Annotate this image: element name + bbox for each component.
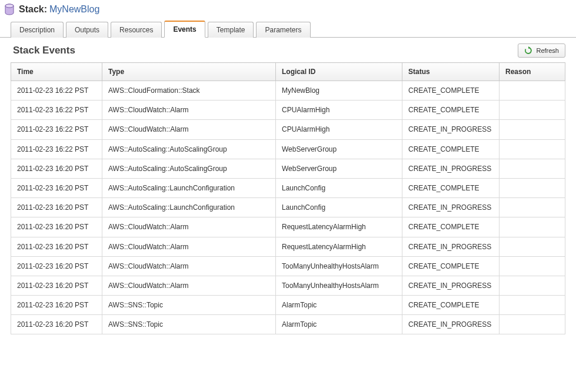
cell-logical_id: CPUAlarmHigh <box>276 120 402 139</box>
table-row[interactable]: 2011-02-23 16:20 PSTAWS::AutoScaling::Au… <box>11 159 565 178</box>
tab-resources[interactable]: Resources <box>111 22 162 38</box>
cell-type: AWS::CloudFormation::Stack <box>102 81 276 100</box>
cell-logical_id: AlarmTopic <box>276 315 402 334</box>
cell-logical_id: LaunchConfig <box>276 198 402 217</box>
col-logical-id[interactable]: Logical ID <box>276 63 402 81</box>
cell-type: AWS::CloudWatch::Alarm <box>102 100 276 120</box>
cell-status: CREATE_COMPLETE <box>402 139 500 159</box>
cell-type: AWS::SNS::Topic <box>102 315 276 334</box>
cell-type: AWS::AutoScaling::LaunchConfiguration <box>102 178 276 197</box>
cell-reason <box>500 81 565 100</box>
cell-reason <box>500 159 565 178</box>
refresh-label: Refresh <box>536 47 559 54</box>
table-row[interactable]: 2011-02-23 16:20 PSTAWS::CloudWatch::Ala… <box>11 256 565 276</box>
cell-status: CREATE_IN_PROGRESS <box>402 198 500 217</box>
cell-type: AWS::AutoScaling::AutoScalingGroup <box>102 139 276 159</box>
events-table: Time Type Logical ID Status Reason 2011-… <box>11 62 565 334</box>
cell-status: CREATE_IN_PROGRESS <box>402 315 500 334</box>
cell-status: CREATE_COMPLETE <box>402 256 500 276</box>
cell-type: AWS::CloudWatch::Alarm <box>102 276 276 295</box>
cell-type: AWS::CloudWatch::Alarm <box>102 120 276 139</box>
stack-icon <box>5 4 14 15</box>
tab-template[interactable]: Template <box>208 22 254 38</box>
cell-status: CREATE_IN_PROGRESS <box>402 276 500 295</box>
cell-reason <box>500 178 565 197</box>
table-row[interactable]: 2011-02-23 16:20 PSTAWS::AutoScaling::La… <box>11 178 565 197</box>
table-row[interactable]: 2011-02-23 16:22 PSTAWS::CloudFormation:… <box>11 81 565 100</box>
stack-name: MyNewBlog <box>49 4 99 15</box>
cell-reason <box>500 315 565 334</box>
col-reason[interactable]: Reason <box>500 63 565 81</box>
table-header-row: Time Type Logical ID Status Reason <box>11 63 565 81</box>
cell-time: 2011-02-23 16:22 PST <box>11 100 102 120</box>
cell-time: 2011-02-23 16:22 PST <box>11 139 102 159</box>
cell-logical_id: MyNewBlog <box>276 81 402 100</box>
section-header: Stack Events Refresh <box>0 38 576 62</box>
cell-type: AWS::CloudWatch::Alarm <box>102 256 276 276</box>
col-status[interactable]: Status <box>402 63 500 81</box>
cell-time: 2011-02-23 16:20 PST <box>11 276 102 295</box>
cell-time: 2011-02-23 16:20 PST <box>11 178 102 197</box>
table-row[interactable]: 2011-02-23 16:20 PSTAWS::CloudWatch::Ala… <box>11 276 565 295</box>
tab-parameters[interactable]: Parameters <box>256 22 310 38</box>
cell-status: CREATE_COMPLETE <box>402 178 500 197</box>
cell-time: 2011-02-23 16:22 PST <box>11 120 102 139</box>
cell-time: 2011-02-23 16:20 PST <box>11 315 102 334</box>
cell-status: CREATE_COMPLETE <box>402 217 500 237</box>
cell-reason <box>500 276 565 295</box>
tab-events[interactable]: Events <box>164 21 205 38</box>
cell-time: 2011-02-23 16:20 PST <box>11 296 102 315</box>
cell-logical_id: LaunchConfig <box>276 178 402 197</box>
cell-status: CREATE_IN_PROGRESS <box>402 120 500 139</box>
cell-reason <box>500 120 565 139</box>
cell-type: AWS::SNS::Topic <box>102 296 276 315</box>
cell-time: 2011-02-23 16:20 PST <box>11 159 102 178</box>
cell-status: CREATE_COMPLETE <box>402 100 500 120</box>
stack-label: Stack: <box>19 4 47 15</box>
cell-reason <box>500 237 565 256</box>
table-row[interactable]: 2011-02-23 16:22 PSTAWS::AutoScaling::Au… <box>11 139 565 159</box>
tab-description[interactable]: Description <box>11 22 64 38</box>
table-row[interactable]: 2011-02-23 16:20 PSTAWS::CloudWatch::Ala… <box>11 237 565 256</box>
cell-status: CREATE_IN_PROGRESS <box>402 159 500 178</box>
cell-logical_id: RequestLatencyAlarmHigh <box>276 217 402 237</box>
cell-reason <box>500 256 565 276</box>
cell-reason <box>500 198 565 217</box>
cell-time: 2011-02-23 16:20 PST <box>11 256 102 276</box>
cell-reason <box>500 296 565 315</box>
tab-outputs[interactable]: Outputs <box>66 22 108 38</box>
cell-time: 2011-02-23 16:20 PST <box>11 237 102 256</box>
cell-logical_id: CPUAlarmHigh <box>276 100 402 120</box>
cell-logical_id: RequestLatencyAlarmHigh <box>276 237 402 256</box>
col-time[interactable]: Time <box>11 63 102 81</box>
cell-logical_id: AlarmTopic <box>276 296 402 315</box>
cell-logical_id: TooManyUnhealthyHostsAlarm <box>276 256 402 276</box>
table-row[interactable]: 2011-02-23 16:22 PSTAWS::CloudWatch::Ala… <box>11 120 565 139</box>
table-row[interactable]: 2011-02-23 16:22 PSTAWS::CloudWatch::Ala… <box>11 100 565 120</box>
refresh-button[interactable]: Refresh <box>518 43 565 58</box>
cell-time: 2011-02-23 16:20 PST <box>11 217 102 237</box>
cell-logical_id: WebServerGroup <box>276 139 402 159</box>
page-header: Stack: MyNewBlog <box>0 0 576 18</box>
refresh-icon <box>524 46 532 55</box>
cell-type: AWS::CloudWatch::Alarm <box>102 237 276 256</box>
cell-type: AWS::AutoScaling::LaunchConfiguration <box>102 198 276 217</box>
cell-status: CREATE_IN_PROGRESS <box>402 237 500 256</box>
col-type[interactable]: Type <box>102 63 276 81</box>
cell-reason <box>500 139 565 159</box>
table-row[interactable]: 2011-02-23 16:20 PSTAWS::AutoScaling::La… <box>11 198 565 217</box>
tabs: Description Outputs Resources Events Tem… <box>0 20 576 38</box>
cell-time: 2011-02-23 16:22 PST <box>11 81 102 100</box>
table-row[interactable]: 2011-02-23 16:20 PSTAWS::CloudWatch::Ala… <box>11 217 565 237</box>
svg-point-1 <box>5 4 14 8</box>
cell-status: CREATE_COMPLETE <box>402 81 500 100</box>
table-row[interactable]: 2011-02-23 16:20 PSTAWS::SNS::TopicAlarm… <box>11 315 565 334</box>
table-row[interactable]: 2011-02-23 16:20 PSTAWS::SNS::TopicAlarm… <box>11 296 565 315</box>
cell-status: CREATE_COMPLETE <box>402 296 500 315</box>
cell-reason <box>500 217 565 237</box>
cell-time: 2011-02-23 16:20 PST <box>11 198 102 217</box>
cell-type: AWS::AutoScaling::AutoScalingGroup <box>102 159 276 178</box>
events-table-wrap: Time Type Logical ID Status Reason 2011-… <box>0 62 576 334</box>
cell-logical_id: WebServerGroup <box>276 159 402 178</box>
cell-type: AWS::CloudWatch::Alarm <box>102 217 276 237</box>
